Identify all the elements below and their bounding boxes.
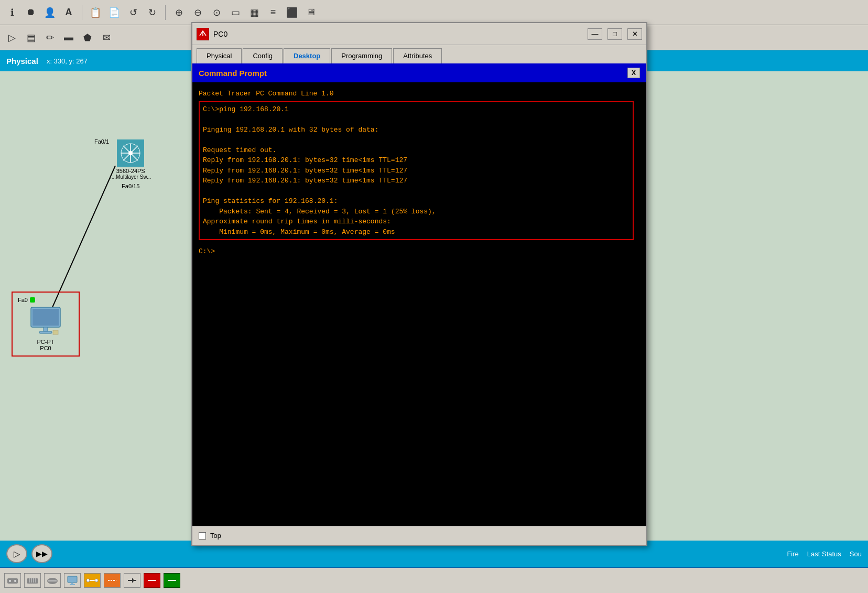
- pc-type-label: PC-PT: [37, 339, 55, 345]
- cmd-line-11: Packets: Sent = 4, Received = 3, Lost = …: [203, 207, 630, 217]
- cmd-highlighted-block: C:\>ping 192.168.20.1 Pinging 192.168.20…: [199, 101, 634, 241]
- user-icon[interactable]: 👤: [42, 5, 58, 20]
- cmd-line-0: Packet Tracer PC Command Line 1.0: [199, 89, 640, 99]
- tab-content: Command Prompt X Packet Tracer PC Comman…: [192, 63, 646, 526]
- cmd-close-btn[interactable]: X: [627, 68, 640, 78]
- coords-label: x: 330, y: 267: [47, 57, 88, 65]
- svg-rect-8: [32, 309, 59, 326]
- tab-programming[interactable]: Programming: [331, 48, 392, 63]
- switch-icon[interactable]: [117, 139, 144, 167]
- top-toolbar: ℹ ⏺ 👤 A 📋 📄 ↺ ↻ ⊕ ⊖ ⊙ ▭ ▦ ≡ ⬛ 🖥: [0, 0, 868, 25]
- physical-label: Physical: [6, 57, 38, 66]
- source-label: Sou: [850, 550, 862, 558]
- svg-line-6: [52, 166, 115, 307]
- tab-physical[interactable]: Physical: [197, 48, 242, 63]
- minimize-btn[interactable]: —: [588, 28, 602, 40]
- dashed-cable-btn[interactable]: [104, 573, 121, 588]
- undo-icon[interactable]: ↺: [125, 5, 141, 20]
- rect-icon[interactable]: ▭: [227, 5, 243, 20]
- svg-marker-32: [132, 578, 134, 583]
- table-icon[interactable]: ▤: [23, 30, 39, 46]
- red-cable-btn[interactable]: [144, 573, 160, 588]
- svg-rect-10: [39, 331, 52, 333]
- svg-rect-11: [53, 330, 58, 335]
- cmd-line-9: [203, 186, 630, 197]
- top-label: Top: [210, 532, 221, 540]
- zoom-in-icon[interactable]: ⊕: [171, 5, 187, 20]
- svg-rect-17: [27, 578, 38, 584]
- shape-icon[interactable]: ⬟: [80, 30, 95, 46]
- last-status-label: Last Status: [807, 550, 841, 558]
- svg-rect-26: [70, 584, 75, 585]
- list-icon[interactable]: ≡: [265, 5, 281, 20]
- svg-point-15: [9, 580, 11, 582]
- dialog-window: PC0 — □ ✕ Physical Config Desktop Progra…: [191, 22, 647, 546]
- canvas-area: Fa0/1 3560-24PS ....Multilayer Sw... Fa0…: [0, 71, 191, 541]
- router-device-btn[interactable]: [4, 573, 21, 588]
- hub-device-btn[interactable]: [44, 573, 61, 588]
- switch-iface1-label: Fa0/1: [94, 138, 109, 145]
- cmd-prompt-after[interactable]: C:\>: [199, 246, 640, 257]
- cable-btn[interactable]: [84, 573, 101, 588]
- svg-rect-9: [44, 327, 48, 331]
- svg-point-16: [14, 580, 16, 582]
- font-icon[interactable]: A: [61, 5, 77, 20]
- zoom-out-icon[interactable]: ⊖: [190, 5, 205, 20]
- serial-cable-btn[interactable]: [124, 573, 140, 588]
- cmd-body[interactable]: Packet Tracer PC Command Line 1.0 C:\>pi…: [192, 82, 646, 526]
- paste-icon[interactable]: 📄: [106, 5, 122, 20]
- cmd-line-10: Ping statistics for 192.168.20.1:: [203, 196, 630, 207]
- zoom-reset-icon[interactable]: ⊙: [209, 5, 224, 20]
- bar-icon[interactable]: ▬: [61, 30, 77, 46]
- fast-forward-btn[interactable]: ▶▶: [31, 544, 52, 563]
- switch-device-btn[interactable]: [24, 573, 41, 588]
- pc-iface-label: Fa0: [18, 297, 35, 303]
- top-checkbox[interactable]: [199, 532, 206, 540]
- svg-rect-25: [71, 583, 73, 584]
- cmd-line-3: Pinging 192.168.20.1 with 32 bytes of da…: [203, 125, 630, 135]
- tab-config[interactable]: Config: [243, 48, 283, 63]
- close-btn[interactable]: ✕: [627, 28, 642, 40]
- redo-icon[interactable]: ↻: [144, 5, 160, 20]
- cmd-line-1: C:\>ping 192.168.20.1: [203, 104, 630, 115]
- dialog-title: PC0: [213, 30, 582, 38]
- cmd-line-12: Approximate round trip times in milli-se…: [203, 217, 630, 227]
- green-cable-btn[interactable]: [164, 573, 180, 588]
- cmd-line-4: [203, 135, 630, 145]
- dialog-title-icon: [197, 28, 209, 40]
- pencil-icon[interactable]: ✏: [42, 30, 58, 46]
- play-icon[interactable]: ▷: [4, 30, 20, 46]
- svg-point-29: [95, 579, 98, 582]
- copy-icon[interactable]: 📋: [88, 5, 103, 20]
- grid-icon[interactable]: ▦: [246, 5, 262, 20]
- mail-icon[interactable]: ✉: [99, 30, 114, 46]
- bottom-toolbar: [0, 567, 868, 593]
- cmd-line-8: Reply from 192.168.20.1: bytes=32 time<1…: [203, 176, 630, 186]
- svg-point-5: [128, 151, 133, 155]
- cmd-line-6: Reply from 192.168.20.1: bytes=32 time<1…: [203, 155, 630, 166]
- cmd-title: Command Prompt: [199, 69, 267, 78]
- tab-bar: Physical Config Desktop Programming Attr…: [192, 45, 646, 63]
- info-icon[interactable]: ℹ: [4, 5, 20, 20]
- fire-label: Fire: [787, 550, 798, 558]
- maximize-btn[interactable]: □: [607, 28, 622, 40]
- record-icon[interactable]: ⏺: [23, 5, 39, 20]
- cmd-line-7: Reply from 192.168.20.1: bytes=32 time<1…: [203, 166, 630, 176]
- cmd-line-5: Request timed out.: [203, 145, 630, 156]
- pc-name-label: PC0: [40, 345, 51, 351]
- dialog-footer: Top: [192, 526, 646, 545]
- monitor-icon[interactable]: 🖥: [303, 5, 319, 20]
- pc-device-btn[interactable]: [64, 573, 81, 588]
- tab-attributes[interactable]: Attributes: [393, 48, 442, 63]
- divider1: [82, 5, 82, 20]
- pc-icon[interactable]: [29, 305, 62, 339]
- connection-line: [26, 166, 131, 312]
- tab-desktop[interactable]: Desktop: [284, 48, 330, 63]
- display-icon[interactable]: ⬛: [284, 5, 300, 20]
- cmd-line-13: Minimum = 0ms, Maximum = 0ms, Average = …: [203, 227, 630, 238]
- right-panel: [647, 71, 868, 541]
- realtime-btn[interactable]: ▷: [6, 544, 27, 563]
- svg-point-28: [86, 579, 90, 582]
- dialog-titlebar: PC0 — □ ✕: [192, 23, 646, 45]
- cmd-header: Command Prompt X: [192, 63, 646, 82]
